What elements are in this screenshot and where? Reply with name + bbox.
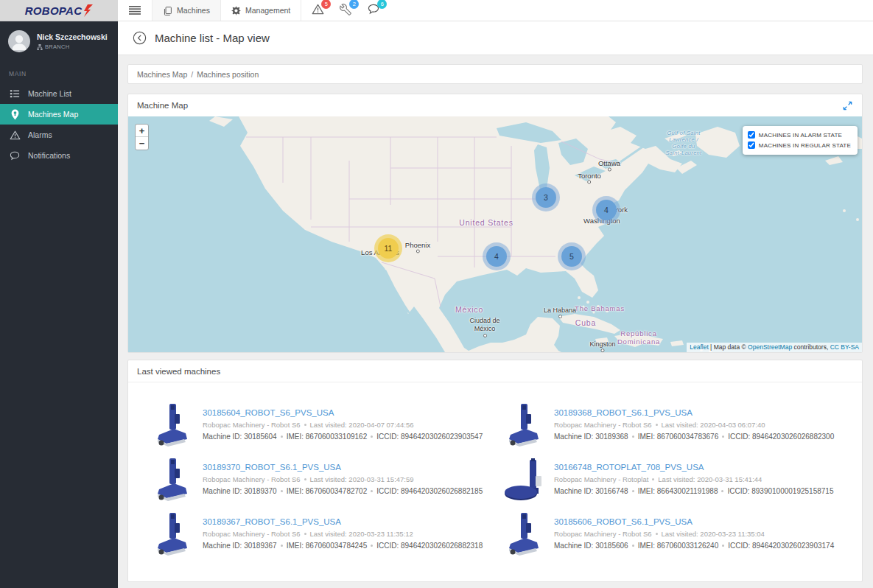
- machine-details: Machine ID: 30189368IMEI: 86706003478367…: [554, 433, 834, 441]
- iccid-label: ICCID:: [728, 433, 750, 441]
- license-link[interactable]: CC BY-SA: [830, 343, 859, 351]
- zoom-in-button[interactable]: +: [136, 125, 148, 137]
- machine-brand: Robopac Machinery - Rotoplat: [554, 475, 648, 483]
- iccid-value: 89464203026023903174: [752, 542, 834, 550]
- map-label-city: Ciudad de México: [461, 317, 508, 337]
- sidebar-item-label: Notifications: [28, 151, 70, 160]
- sidebar-item-machine-list[interactable]: Machine List: [0, 83, 118, 104]
- machine-title-link[interactable]: 30185606_ROBOT_S6.1_PVS_USA: [554, 517, 834, 526]
- machine-subtitle: Robopac Machinery - RotoplatLast visited…: [554, 475, 833, 483]
- page-title: Machine list - Map view: [155, 32, 270, 44]
- machine-last-visited: Last visited: 2020-04-07 07:44:56: [310, 421, 414, 429]
- brand-logo-text: ROBOPAC: [25, 4, 83, 17]
- map-label-country: México: [455, 305, 483, 314]
- machine-id-label: Machine ID:: [203, 542, 242, 550]
- lightning-bolt-icon: [83, 4, 93, 17]
- map-label-city: Toronto: [578, 172, 601, 184]
- gear-icon: [231, 6, 241, 15]
- map-label-water: Gulf of Saint Lawrence / Golfe du Saint-…: [664, 130, 704, 156]
- machine-last-visited: Last visited: 2020-04-03 06:07:40: [662, 421, 765, 429]
- back-button[interactable]: [133, 31, 147, 45]
- map-canvas[interactable]: United States México Cuba The Bahamas Re…: [128, 116, 862, 352]
- filter-regular-checkbox[interactable]: [748, 141, 755, 149]
- topbar-icons: 5 2 6: [312, 0, 381, 21]
- map-cluster-alarm[interactable]: 11: [374, 234, 402, 262]
- map-filter-panel: MACHINES IN ALARM STATE MACHINES IN REGU…: [743, 126, 858, 155]
- imei-value: 867060034784245: [306, 542, 367, 550]
- breadcrumb-separator: /: [191, 70, 193, 79]
- breadcrumb-machines-map[interactable]: Machines Map: [137, 70, 187, 79]
- messages-button[interactable]: 6: [368, 4, 381, 17]
- map-cluster-regular[interactable]: 4: [592, 196, 620, 224]
- machine-id-value: 30185604: [244, 433, 277, 441]
- cluster-count: 4: [486, 246, 507, 267]
- filter-alarm-state[interactable]: MACHINES IN ALARM STATE: [748, 130, 851, 140]
- machine-subtitle: Robopac Machinery - Robot S6Last visited…: [203, 530, 483, 538]
- machine-item: 30166748_ROTOPLAT_708_PVS_USA Robopac Ma…: [503, 452, 855, 506]
- machine-image-robot: [152, 402, 193, 447]
- attribution-text: contributors,: [792, 343, 830, 351]
- sidebar-item-alarms[interactable]: Alarms: [0, 125, 118, 145]
- machine-subtitle: Robopac Machinery - Robot S6Last visited…: [554, 421, 834, 429]
- machine-last-visited: Last visited: 2020-03-31 15:47:59: [310, 475, 414, 483]
- sidebar-item-label: Machine List: [28, 89, 71, 98]
- expand-map-button[interactable]: [842, 100, 853, 111]
- machine-item: 30189370_ROBOT_S6.1_PVS_USA Robopac Mach…: [152, 452, 503, 506]
- iccid-label: ICCID:: [376, 542, 399, 550]
- tab-machines[interactable]: Machines: [152, 0, 221, 21]
- sidebar: ROBOPAC Nick Szczechowski BRANCH MAIN Ma…: [0, 0, 118, 588]
- alarms-badge: 5: [321, 0, 331, 9]
- map-pin-icon: [9, 108, 21, 120]
- sidebar-item-machines-map[interactable]: Machines Map: [0, 104, 118, 125]
- map-card-title: Machine Map: [137, 101, 188, 110]
- imei-label: IMEI:: [287, 542, 304, 550]
- leaflet-link[interactable]: Leaflet: [690, 343, 709, 351]
- zoom-out-button[interactable]: −: [136, 137, 148, 150]
- map-label-city: Ottawa: [598, 159, 620, 172]
- imei-value: 867060034782702: [306, 487, 367, 495]
- tab-management[interactable]: Management: [221, 0, 301, 21]
- sidebar-item-label: Alarms: [28, 130, 52, 139]
- iccid-label: ICCID:: [728, 542, 750, 550]
- imei-value: 867060033109162: [306, 433, 367, 441]
- last-viewed-card: Last viewed machines 30185604_ROBOT_S6_P…: [127, 360, 863, 582]
- map-zoom-control: + −: [135, 124, 149, 150]
- machine-title-link[interactable]: 30185604_ROBOT_S6_PVS_USA: [203, 408, 483, 417]
- last-viewed-title: Last viewed machines: [128, 360, 862, 382]
- machine-brand: Robopac Machinery - Robot S6: [203, 421, 301, 429]
- imei-value: 866430021191988: [657, 487, 718, 495]
- filter-alarm-checkbox[interactable]: [748, 131, 755, 139]
- map-label-country: República Dominicana: [615, 329, 662, 346]
- map-cluster-regular[interactable]: 4: [483, 242, 511, 270]
- iccid-label: ICCID:: [376, 433, 399, 441]
- machine-title-link[interactable]: 30189370_ROBOT_S6.1_PVS_USA: [203, 463, 483, 472]
- service-button[interactable]: 2: [340, 4, 353, 17]
- machine-last-visited: Last visited: 2020-03-31 15:41:44: [658, 475, 762, 483]
- map-cluster-regular[interactable]: 3: [532, 183, 560, 211]
- machine-image-robot: [152, 511, 193, 556]
- user-name: Nick Szczechowski: [37, 32, 108, 42]
- osm-link[interactable]: OpenStreetMap: [748, 343, 792, 351]
- user-panel[interactable]: Nick Szczechowski BRANCH: [0, 21, 118, 61]
- alarms-button[interactable]: 5: [312, 4, 325, 17]
- messages-badge: 6: [377, 0, 387, 9]
- sidebar-item-label: Machines Map: [28, 110, 78, 119]
- machine-id-value: 30185606: [595, 542, 628, 550]
- hamburger-menu-icon[interactable]: [118, 0, 152, 21]
- sidebar-item-notifications[interactable]: Notifications: [0, 145, 118, 166]
- machine-subtitle: Robopac Machinery - Robot S6Last visited…: [203, 475, 483, 483]
- machine-title-link[interactable]: 30166748_ROTOPLAT_708_PVS_USA: [554, 463, 833, 472]
- filter-regular-state[interactable]: MACHINES IN REGULAR STATE: [748, 140, 851, 150]
- machine-title-link[interactable]: 30189368_ROBOT_S6.1_PVS_USA: [554, 408, 834, 417]
- machine-brand: Robopac Machinery - Robot S6: [203, 530, 301, 538]
- machine-image-robot: [503, 402, 544, 447]
- machine-title-link[interactable]: 30189367_ROBOT_S6.1_PVS_USA: [203, 517, 483, 526]
- machine-item: 30189368_ROBOT_S6.1_PVS_USA Robopac Mach…: [503, 397, 855, 452]
- machine-id-label: Machine ID:: [554, 433, 593, 441]
- machine-last-visited: Last visited: 2020-03-23 11:35:04: [662, 530, 765, 538]
- warning-icon: [9, 129, 21, 141]
- map-label-country: Cuba: [575, 318, 596, 327]
- breadcrumb: Machines Map / Machines position: [127, 64, 863, 84]
- user-role-label: BRANCH: [45, 43, 69, 50]
- map-cluster-regular[interactable]: 5: [558, 242, 586, 270]
